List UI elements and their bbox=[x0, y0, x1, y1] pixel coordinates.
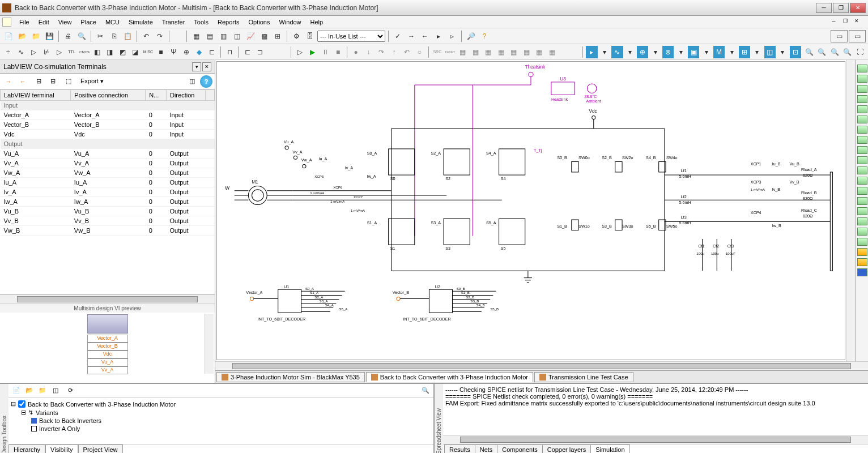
canvas-tab-1[interactable]: Back to Back Converter with 3-Phase Indu… bbox=[366, 372, 533, 382]
tree-variants[interactable]: ⊟↯Variants bbox=[11, 408, 431, 417]
probe-dropdown-4-icon[interactable]: ▾ bbox=[675, 46, 686, 58]
table-row[interactable]: Vv_BVv_B0Output bbox=[1, 216, 215, 226]
minimize-button[interactable]: ─ bbox=[816, 3, 832, 13]
table-row[interactable]: Vu_BVu_B0Output bbox=[1, 207, 215, 216]
canvas-vscroll[interactable] bbox=[846, 60, 856, 361]
tree-root[interactable]: ⊟Back to Back Converter with 3-Phase Ind… bbox=[11, 400, 431, 408]
place-indicator-icon[interactable]: MISC bbox=[142, 46, 154, 58]
probe-digital-icon[interactable]: M bbox=[713, 46, 725, 58]
place-power-icon[interactable]: ■ bbox=[155, 46, 167, 58]
menu-reports[interactable]: Reports bbox=[213, 18, 244, 27]
instrument-agilent-fg-icon[interactable] bbox=[857, 207, 867, 215]
tree-tab-project[interactable]: Project View bbox=[78, 445, 123, 453]
menu-edit[interactable]: Edit bbox=[34, 18, 54, 27]
instrument-network-icon[interactable] bbox=[857, 197, 867, 205]
tree-variant-0[interactable]: Back to Back Inverters bbox=[11, 417, 431, 425]
place-mcu-icon[interactable]: ◧ bbox=[91, 46, 103, 58]
instrument-freq-icon[interactable] bbox=[857, 126, 867, 134]
doc-minimize-button[interactable]: ─ bbox=[832, 18, 843, 26]
toggle-netlist-icon[interactable]: ▥ bbox=[217, 30, 229, 42]
table-row[interactable]: Iv_AIv_A0Output bbox=[1, 187, 215, 197]
probe-power-icon[interactable]: ▣ bbox=[688, 46, 699, 58]
preview-scrollbar[interactable] bbox=[205, 314, 214, 374]
zoom-fit-icon[interactable]: 🔍 bbox=[842, 46, 853, 58]
table-row[interactable]: Vector_AVector_A0Input bbox=[1, 110, 215, 120]
cut-icon[interactable]: ✂ bbox=[94, 30, 107, 42]
run-icon[interactable]: ▶ bbox=[307, 46, 318, 58]
instrument-ni-elvis-icon[interactable] bbox=[857, 258, 867, 266]
toggle-design-toolbox-icon[interactable]: ▦ bbox=[190, 30, 202, 42]
back-annotate-icon[interactable]: ← bbox=[419, 30, 431, 42]
place-comment-icon[interactable]: ⊐ bbox=[254, 46, 266, 58]
menu-file[interactable]: File bbox=[15, 18, 34, 27]
ic7-icon[interactable]: ▦ bbox=[533, 46, 544, 58]
table-row[interactable]: Iu_AIu_A0Output bbox=[1, 178, 215, 187]
probe-bus-icon[interactable]: ⊞ bbox=[739, 46, 750, 58]
step-into-icon[interactable]: ↓ bbox=[363, 46, 374, 58]
help-icon[interactable]: ? bbox=[478, 30, 491, 42]
table-row[interactable]: Vu_AVu_A0Output bbox=[1, 149, 215, 159]
tree-tab-hierarchy[interactable]: Hierarchy bbox=[8, 445, 45, 453]
instrument-1-icon[interactable]: ▭ bbox=[831, 30, 848, 42]
place-rf-icon[interactable]: Ψ bbox=[168, 46, 179, 58]
instrument-iv-icon[interactable] bbox=[857, 166, 867, 174]
database-icon[interactable]: 🗄 bbox=[304, 30, 316, 42]
tree-save-icon[interactable]: 📁 bbox=[37, 385, 48, 396]
tree-tab-visibility[interactable]: Visibility bbox=[45, 445, 78, 453]
col-terminal[interactable]: LabVIEW terminal bbox=[1, 90, 71, 101]
export-icon[interactable]: ▹ bbox=[446, 30, 458, 42]
tree-new-icon[interactable]: 📄 bbox=[11, 385, 22, 396]
place-ttl-icon[interactable]: TTL bbox=[66, 46, 77, 58]
add-input-icon[interactable]: → bbox=[2, 75, 15, 88]
instrument-tek-osc-icon[interactable] bbox=[857, 238, 867, 246]
add-output-icon[interactable]: ← bbox=[16, 75, 29, 88]
find-icon[interactable]: 🔎 bbox=[465, 30, 477, 42]
place-transistor-icon[interactable]: ⊬ bbox=[40, 46, 52, 58]
breakpoint-icon[interactable]: ○ bbox=[414, 46, 425, 58]
panel-scrollbar[interactable] bbox=[0, 294, 215, 304]
tree-refresh-icon[interactable]: ⟳ bbox=[65, 385, 76, 396]
ic2-icon[interactable]: ▦ bbox=[470, 46, 481, 58]
open-design-icon[interactable]: 📁 bbox=[29, 30, 42, 42]
database-manager-icon[interactable]: ◫ bbox=[231, 30, 243, 42]
print-icon[interactable]: 🖨 bbox=[62, 30, 74, 42]
forward-annotate-icon[interactable]: → bbox=[405, 30, 418, 42]
zoom-in-icon[interactable]: 🔍 bbox=[803, 46, 815, 58]
place-connector-icon[interactable]: ⊏ bbox=[206, 46, 218, 58]
zoom-area-icon[interactable]: 🔍 bbox=[829, 46, 840, 58]
place-ni-icon[interactable]: ◆ bbox=[193, 46, 205, 58]
ic6-icon[interactable]: ▦ bbox=[521, 46, 532, 58]
instrument-funcgen-icon[interactable] bbox=[857, 75, 867, 83]
place-cmos-icon[interactable]: CMOS bbox=[79, 46, 90, 58]
instrument-agilent-osc-icon[interactable] bbox=[857, 228, 867, 236]
output-tab-components[interactable]: Components bbox=[497, 445, 542, 453]
instrument-wattmeter-icon[interactable] bbox=[857, 85, 867, 93]
move-up-icon[interactable]: ⊟ bbox=[46, 75, 59, 88]
instrument-spectrum-icon[interactable] bbox=[857, 187, 867, 195]
fullscreen-icon[interactable]: ⛶ bbox=[854, 46, 866, 58]
place-source-icon[interactable]: ÷ bbox=[2, 46, 14, 58]
probe-current-icon[interactable]: ∿ bbox=[611, 46, 623, 58]
instrument-2-icon[interactable]: ▭ bbox=[849, 30, 866, 42]
probe-dropdown-2-icon[interactable]: ▾ bbox=[624, 46, 636, 58]
step-over-icon[interactable]: ↷ bbox=[376, 46, 387, 58]
place-hierarchical-icon[interactable]: ⊏ bbox=[241, 46, 253, 58]
probe-misc-icon[interactable]: ◫ bbox=[764, 46, 776, 58]
schematic-viewport[interactable]: Theatsink U3 HeatSink 28.8°C Ambient Vdc bbox=[216, 61, 845, 360]
paste-icon[interactable]: 📋 bbox=[121, 30, 134, 42]
menu-view[interactable]: View bbox=[54, 18, 76, 27]
menu-place[interactable]: Place bbox=[76, 18, 101, 27]
place-basic-icon[interactable]: ∿ bbox=[15, 46, 26, 58]
delete-terminal-icon[interactable]: ⊟ bbox=[32, 75, 45, 88]
copy-icon[interactable]: ⎘ bbox=[108, 30, 120, 42]
instrument-scope-icon[interactable] bbox=[857, 95, 867, 103]
col-direction[interactable]: Direction bbox=[166, 90, 205, 101]
interactive-sim-icon[interactable]: ▷ bbox=[294, 46, 305, 58]
step-back-icon[interactable]: ↶ bbox=[401, 46, 412, 58]
in-use-list-dropdown[interactable]: --- In-Use List --- bbox=[317, 31, 385, 42]
col-n[interactable]: N... bbox=[146, 90, 167, 101]
open-file-icon[interactable]: 📂 bbox=[16, 30, 28, 42]
toggle-spreadsheet-icon[interactable]: ▤ bbox=[203, 30, 216, 42]
canvas-tab-0[interactable]: 3-Phase Induction Motor Sim - BlackMax Y… bbox=[216, 372, 365, 382]
instrument-current-clamp-icon[interactable] bbox=[857, 268, 867, 276]
